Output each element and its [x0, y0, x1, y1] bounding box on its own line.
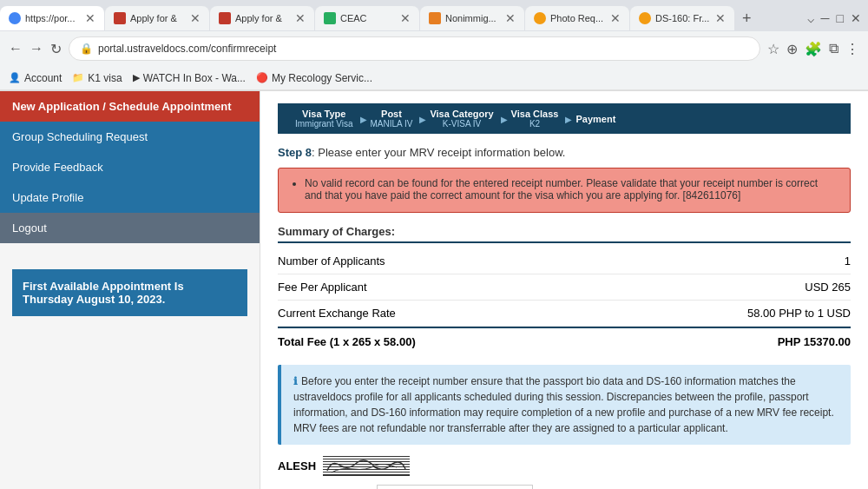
tab-3[interactable]: Apply for & ✕ — [210, 6, 314, 30]
tab-4[interactable]: CEAC ✕ — [315, 6, 419, 30]
summary-label-exchange: Current Exchange Rate — [278, 307, 396, 320]
tab-favicon-3 — [219, 12, 231, 24]
tab-close-3[interactable]: ✕ — [295, 11, 306, 25]
step-visa-category: Visa Category K-VISA IV — [421, 109, 502, 129]
tab-6[interactable]: Photo Req... ✕ — [525, 6, 629, 30]
folder-icon: 📁 — [72, 72, 84, 83]
sidebar-new-app-label: New Application / Schedule Appointment — [12, 100, 232, 113]
step-visa-category-label: Visa Category — [430, 109, 493, 119]
step-visa-class-sub: K2 — [529, 119, 540, 129]
info-box: ℹBefore you enter the receipt number ens… — [278, 365, 851, 445]
tab-close-2[interactable]: ✕ — [190, 11, 201, 25]
tab-title-4: CEAC — [340, 13, 397, 23]
info-icon: ℹ — [293, 375, 298, 387]
sidebar-item-update-profile[interactable]: Update Profile — [0, 182, 260, 213]
profile-icon[interactable]: ⊕ — [786, 41, 798, 57]
summary-value-exchange: 58.00 PHP to 1 USD — [747, 307, 851, 320]
reload-button[interactable]: ↻ — [50, 41, 62, 57]
tab-favicon-6 — [534, 12, 546, 24]
sidebar-update-profile-label: Update Profile — [12, 191, 83, 204]
tab-title-2: Apply for & — [130, 13, 187, 23]
tab-favicon-7 — [639, 12, 651, 24]
url-text: portal.ustraveldocs.com/confirmreceipt — [98, 43, 749, 55]
info-text: Before you enter the receipt number ensu… — [293, 375, 834, 434]
page-content: New Application / Schedule Appointment G… — [0, 91, 868, 489]
menu-icon[interactable]: ⋮ — [845, 41, 859, 57]
tab-close-5[interactable]: ✕ — [505, 11, 516, 25]
signature-image — [323, 455, 410, 476]
step-post-label: Post — [381, 109, 402, 119]
sidebar-item-group-scheduling[interactable]: Group Scheduling Request — [0, 122, 260, 152]
step-visa-category-sub: K-VISA IV — [443, 119, 481, 129]
lock-icon: 🔒 — [80, 43, 93, 55]
signature-name: ALESH — [278, 459, 316, 472]
account-icon: 👤 — [9, 72, 21, 83]
main-content: Visa Type Immigrant Visa Post MANILA IV … — [260, 91, 868, 489]
step-post-sub: MANILA IV — [371, 119, 413, 129]
tab-7[interactable]: DS-160: Fr... ✕ — [630, 6, 734, 30]
signature-area: ALESH — [278, 455, 851, 476]
back-button[interactable]: ← — [9, 41, 23, 56]
receipt-row: Receipt Number: — [278, 485, 851, 489]
sidebar-feedback-label: Provide Feedback — [12, 161, 103, 174]
tab-title-5: Nonimmig... — [445, 13, 502, 23]
tab-close-7[interactable]: ✕ — [715, 11, 726, 25]
bookmark-account-label: Account — [24, 72, 62, 84]
address-bar[interactable]: 🔒 portal.ustraveldocs.com/confirmreceipt — [69, 36, 760, 61]
tab-title-1: https://por... — [25, 13, 82, 23]
sidebar: New Application / Schedule Appointment G… — [0, 91, 260, 489]
tab-active[interactable]: https://por... ✕ — [0, 6, 104, 30]
summary-total-label: Total Fee (1 x 265 x 58.00) — [278, 335, 416, 348]
step-number: Step 8 — [278, 146, 312, 159]
close-button[interactable]: ✕ — [851, 11, 861, 25]
tab-bar: https://por... ✕ Apply for & ✕ Apply for… — [0, 0, 868, 31]
step-description: Step 8: Please enter your MRV receipt in… — [278, 146, 851, 159]
summary-total-value: PHP 15370.00 — [778, 335, 851, 348]
sidebar-item-new-application[interactable]: New Application / Schedule Appointment — [0, 91, 260, 122]
bookmarks-bar: 👤 Account 📁 K1 visa ▶ WATCH In Box - Wa.… — [0, 66, 868, 90]
sidebar-logout-label: Logout — [12, 221, 47, 235]
summary-row-exchange: Current Exchange Rate 58.00 PHP to 1 USD — [278, 301, 851, 327]
bookmark-watch[interactable]: ▶ WATCH In Box - Wa... — [133, 72, 246, 84]
step-visa-class: Visa Class K2 — [503, 109, 568, 129]
bookmark-star-icon[interactable]: ☆ — [767, 41, 779, 57]
error-box: No valid record can be found for the ent… — [278, 168, 851, 213]
bookmark-recology-label: My Recology Servic... — [272, 72, 372, 84]
sidebar-item-feedback[interactable]: Provide Feedback — [0, 152, 260, 182]
summary-value-fee: USD 265 — [805, 281, 851, 294]
minimize-button[interactable]: ─ — [821, 11, 830, 25]
tab-title-3: Apply for & — [235, 13, 292, 23]
summary-row-applicants: Number of Applicants 1 — [278, 248, 851, 274]
sidebar-appointment-text: First Available Appointment Is Thursday … — [23, 280, 184, 306]
extensions-icon[interactable]: 🧩 — [805, 41, 822, 57]
tab-close-1[interactable]: ✕ — [85, 11, 95, 25]
tab-close-6[interactable]: ✕ — [610, 11, 621, 25]
summary-label-applicants: Number of Applicants — [278, 254, 385, 268]
maximize-button[interactable]: □ — [837, 11, 844, 25]
summary-row-total: Total Fee (1 x 265 x 58.00) PHP 15370.00 — [278, 327, 851, 354]
summary-row-fee: Fee Per Applicant USD 265 — [278, 274, 851, 301]
bookmark-account[interactable]: 👤 Account — [9, 72, 62, 84]
signature-svg — [323, 455, 410, 476]
summary-label-fee: Fee Per Applicant — [278, 281, 367, 294]
step-payment-label: Payment — [575, 114, 615, 124]
tab-favicon-2 — [114, 12, 126, 24]
bookmark-recology[interactable]: 🔴 My Recology Servic... — [256, 72, 372, 84]
tab-5[interactable]: Nonimmig... ✕ — [420, 6, 524, 30]
recology-icon: 🔴 — [256, 72, 268, 83]
steps-bar: Visa Type Immigrant Visa Post MANILA IV … — [278, 103, 851, 134]
tab-title-6: Photo Req... — [550, 13, 607, 23]
tab-search-icon[interactable]: ⧉ — [829, 41, 838, 56]
forward-button[interactable]: → — [30, 41, 43, 56]
sidebar-spacer — [0, 243, 260, 261]
tab-favicon-5 — [429, 12, 441, 24]
tab-2[interactable]: Apply for & ✕ — [105, 6, 209, 30]
step-visa-type-label: Visa Type — [302, 109, 345, 119]
new-tab-button[interactable]: + — [735, 6, 759, 31]
more-tabs-button[interactable]: ⌵ — [807, 11, 814, 25]
tab-title-7: DS-160: Fr... — [655, 13, 712, 23]
tab-close-4[interactable]: ✕ — [400, 11, 411, 25]
receipt-number-input[interactable] — [377, 485, 533, 489]
bookmark-k1visa[interactable]: 📁 K1 visa — [72, 72, 122, 84]
sidebar-item-logout[interactable]: Logout — [0, 213, 260, 243]
